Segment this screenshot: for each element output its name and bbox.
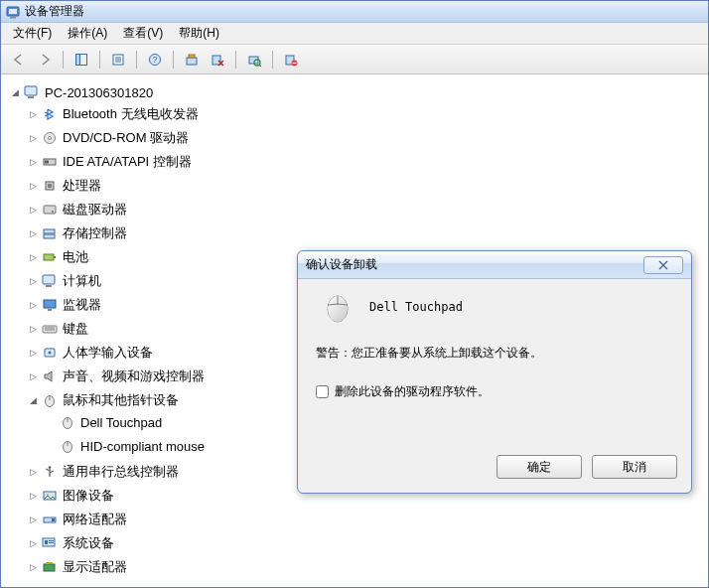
- menu-file[interactable]: 文件(F): [5, 23, 60, 44]
- expand-icon[interactable]: ▷: [27, 347, 39, 359]
- ide-icon: [41, 154, 59, 170]
- svg-rect-1: [9, 9, 17, 14]
- tree-item-label: 通用串行总线控制器: [63, 463, 179, 481]
- tree-item-label: 人体学输入设备: [63, 344, 153, 362]
- expand-icon[interactable]: ▷: [27, 537, 39, 549]
- svg-rect-35: [46, 285, 52, 287]
- svg-rect-33: [54, 256, 56, 258]
- tree-item-label: 存储控制器: [63, 224, 127, 242]
- svg-rect-59: [46, 562, 53, 564]
- expand-icon[interactable]: ▷: [27, 370, 39, 382]
- svg-point-42: [49, 352, 52, 355]
- tree-item[interactable]: ▷磁盘驱动器: [25, 200, 708, 220]
- cpu-icon: [41, 178, 59, 194]
- menu-help[interactable]: 帮助(H): [171, 23, 227, 44]
- menubar: 文件(F) 操作(A) 查看(V) 帮助(H): [1, 23, 708, 45]
- svg-rect-12: [189, 55, 195, 58]
- image-icon: [41, 488, 59, 504]
- mouse-icon: [320, 291, 355, 323]
- expand-icon[interactable]: ▷: [27, 108, 39, 120]
- tree-item-label: 声音、视频和游戏控制器: [63, 368, 205, 385]
- tree-item-label: Dell Touchpad: [80, 415, 162, 430]
- toolbar: ?: [1, 45, 708, 74]
- svg-rect-36: [44, 300, 56, 308]
- expand-icon[interactable]: ▷: [27, 466, 39, 478]
- svg-rect-13: [213, 56, 220, 65]
- expand-icon[interactable]: ▷: [27, 275, 39, 287]
- toolbar-separator: [99, 51, 100, 69]
- back-button[interactable]: [7, 48, 31, 72]
- tree-item-label: 鼠标和其他指针设备: [63, 391, 179, 409]
- dvd-icon: [41, 130, 59, 146]
- update-driver-button[interactable]: [180, 48, 204, 72]
- help-button[interactable]: ?: [143, 48, 167, 72]
- close-button[interactable]: [643, 256, 683, 274]
- battery-icon: [41, 249, 59, 265]
- cancel-button[interactable]: 取消: [592, 455, 677, 479]
- tree-item[interactable]: ▷显示适配器: [25, 557, 708, 577]
- tree-item[interactable]: ▷DVD/CD-ROM 驱动器: [25, 128, 708, 148]
- svg-rect-58: [44, 564, 55, 571]
- tree-root[interactable]: ◢ PC-201306301820: [7, 82, 708, 102]
- tree-item-label: 系统设备: [63, 534, 114, 552]
- disable-button[interactable]: [279, 48, 303, 72]
- svg-rect-28: [44, 206, 56, 214]
- tree-root-label: PC-201306301820: [45, 85, 153, 100]
- expand-icon[interactable]: ▷: [27, 514, 39, 525]
- app-icon: [5, 4, 21, 20]
- expand-icon[interactable]: ▷: [27, 227, 39, 239]
- svg-rect-27: [48, 184, 52, 188]
- expand-icon[interactable]: ▷: [27, 180, 39, 192]
- titlebar: 设备管理器: [1, 1, 708, 23]
- svg-rect-2: [10, 17, 16, 19]
- display-icon: [41, 559, 59, 575]
- dialog-title: 确认设备卸载: [306, 256, 643, 273]
- tree-item[interactable]: ▷IDE ATA/ATAPI 控制器: [25, 152, 708, 172]
- uninstall-button[interactable]: [206, 48, 229, 72]
- checkbox-label: 删除此设备的驱动程序软件。: [335, 383, 490, 400]
- tree-item[interactable]: ▷系统设备: [25, 533, 708, 553]
- dialog-buttons: 确定 取消: [496, 455, 677, 479]
- tree-item[interactable]: ▷Bluetooth 无线电收发器: [25, 104, 708, 124]
- tree-item[interactable]: ▷网络适配器: [25, 510, 708, 529]
- expand-icon[interactable]: ▷: [27, 132, 39, 144]
- ok-button[interactable]: 确定: [496, 455, 582, 479]
- expand-icon[interactable]: ▷: [27, 561, 39, 573]
- toolbar-separator: [235, 51, 236, 69]
- expand-icon[interactable]: ▷: [27, 204, 39, 216]
- tree-item-label: 处理器: [63, 177, 101, 195]
- expand-icon[interactable]: ▷: [27, 156, 39, 168]
- menu-action[interactable]: 操作(A): [60, 23, 115, 44]
- expand-icon[interactable]: ▷: [27, 323, 39, 335]
- expand-icon[interactable]: ▷: [27, 490, 39, 502]
- svg-rect-32: [44, 254, 54, 260]
- mouse-icon: [41, 392, 59, 408]
- svg-rect-21: [28, 96, 34, 98]
- svg-point-23: [49, 137, 52, 140]
- menu-view[interactable]: 查看(V): [115, 23, 171, 44]
- toolbar-separator: [63, 51, 64, 69]
- window-title: 设备管理器: [25, 3, 84, 20]
- collapse-icon[interactable]: ◢: [27, 394, 39, 406]
- delete-driver-checkbox-row[interactable]: 删除此设备的驱动程序软件。: [316, 383, 673, 400]
- tree-item[interactable]: ▷处理器: [25, 176, 708, 196]
- expand-icon[interactable]: ▷: [27, 299, 39, 311]
- svg-rect-53: [52, 518, 55, 521]
- forward-button[interactable]: [33, 48, 57, 72]
- svg-rect-34: [43, 275, 55, 284]
- system-icon: [41, 535, 59, 551]
- confirm-uninstall-dialog: 确认设备卸载 Dell Touchpad 警告：您正准备要从系统上卸载这个设备。…: [297, 250, 692, 494]
- delete-driver-checkbox[interactable]: [316, 385, 329, 398]
- tree-item[interactable]: ▷存储控制器: [25, 223, 708, 243]
- tree-item-label: 网络适配器: [63, 511, 127, 528]
- usb-icon: [41, 464, 59, 480]
- scan-hardware-button[interactable]: [242, 48, 266, 72]
- collapse-icon[interactable]: ◢: [9, 86, 21, 98]
- properties-button[interactable]: [106, 48, 130, 72]
- svg-rect-30: [44, 229, 55, 233]
- keyboard-icon: [41, 321, 59, 337]
- tree-item-label: 图像设备: [63, 487, 114, 505]
- expand-icon[interactable]: ▷: [27, 251, 39, 263]
- toolbar-separator: [136, 51, 137, 69]
- show-hide-tree-button[interactable]: [70, 48, 93, 72]
